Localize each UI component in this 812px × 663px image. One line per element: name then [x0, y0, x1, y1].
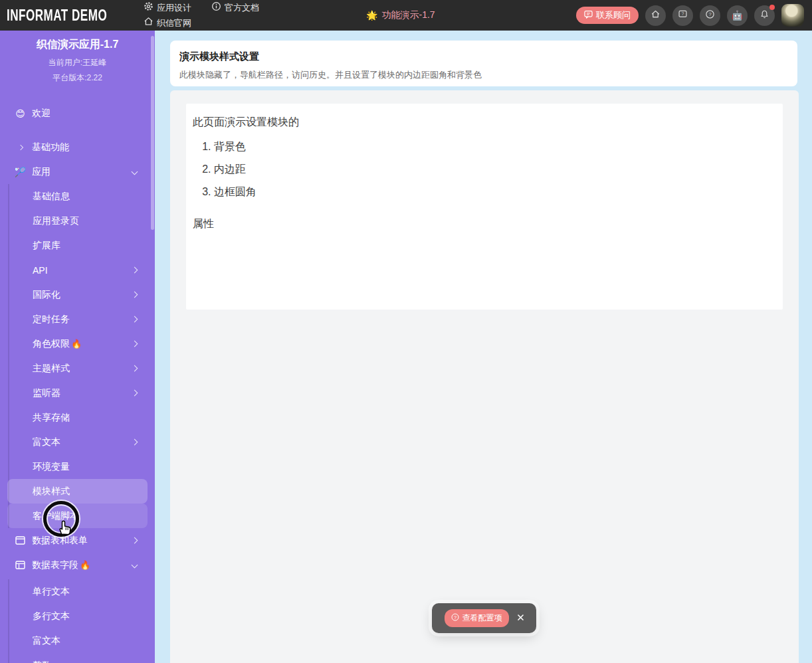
sidebar-item-basic-info[interactable]: 基础信息 — [7, 184, 148, 209]
window-icon — [15, 536, 26, 545]
top-header-bar: INFORMAT DEMO 应用设计 官方文档 织信官网 🌟 功能演示-1.7 … — [0, 0, 812, 31]
sidebar-item-label: 富文本 — [33, 635, 60, 647]
sidebar: 织信演示应用-1.7 当前用户:王延峰 平台版本:2.22 😊欢迎基础功能🏸应用… — [0, 31, 155, 663]
sidebar-item-data-tables-forms[interactable]: 数据表和表单 — [7, 528, 148, 553]
assistant-button[interactable]: 🤖 — [727, 5, 748, 26]
chevron-right-icon — [132, 438, 138, 445]
sidebar-item-role-permissions[interactable]: 角色权限🔥 — [7, 332, 148, 356]
module-content-panel: 此页面演示设置模块的 背景色 内边距 边框圆角 属性 — [186, 104, 783, 310]
user-avatar[interactable] — [781, 4, 804, 27]
sidebar-item-label: 国际化 — [33, 289, 60, 301]
contact-advisor-button[interactable]: 联系顾问 — [576, 7, 639, 24]
nav-item-official-docs[interactable]: 官方文档 — [211, 1, 259, 15]
sidebar-item-label: 数据表字段 — [32, 559, 78, 571]
sidebar-item-label: 主题样式 — [33, 363, 70, 375]
home-button[interactable] — [645, 5, 666, 26]
sidebar-item-label: 扩展库 — [33, 240, 60, 252]
sidebar-item-label: 欢迎 — [32, 108, 51, 120]
page-title: 演示模块样式设置 — [179, 50, 788, 63]
sidebar-item-rich-text[interactable]: 富文本 — [7, 430, 148, 454]
sidebar-item-theme-styles[interactable]: 主题样式 — [7, 356, 148, 381]
styled-module: 此页面演示设置模块的 背景色 内边距 边框圆角 属性 — [170, 90, 799, 663]
sidebar-item-label: 应用 — [32, 166, 51, 178]
chevron-right-icon — [132, 537, 138, 543]
svg-text:?: ? — [708, 11, 711, 17]
sidebar-item-shared-storage[interactable]: 共享存储 — [7, 405, 148, 430]
sidebar-item-app[interactable]: 🏸应用 — [7, 159, 148, 184]
sidebar-item-api[interactable]: API — [7, 258, 148, 282]
chevron-right-icon — [15, 145, 26, 149]
chevron-down-icon — [132, 561, 138, 568]
list-item: 内边距 — [214, 163, 776, 177]
sidebar-item-module-styles[interactable]: 模块样式 — [7, 479, 148, 504]
robot-icon: 🤖 — [732, 11, 743, 20]
sidebar-item-label: 角色权限 — [33, 338, 70, 350]
sidebar-item-rich-text-field[interactable]: 富文本 — [7, 628, 148, 653]
chevron-down-icon — [132, 168, 138, 175]
sidebar-scrollbar[interactable] — [151, 36, 154, 230]
help-button[interactable]: ? — [700, 5, 720, 26]
sidebar-item-label: 多行文本 — [33, 611, 70, 622]
question-circle-icon: ? — [451, 613, 459, 623]
question-circle-icon: ? — [705, 9, 715, 22]
unread-dot — [769, 5, 775, 10]
view-config-button[interactable]: ? 查看配置项 — [445, 609, 509, 627]
sidebar-item-single-line-text[interactable]: 单行文本 — [7, 579, 148, 604]
chat-icon — [584, 10, 593, 21]
chevron-right-icon — [132, 340, 138, 347]
nav-item-zhixin-site[interactable]: 织信官网 — [144, 17, 191, 29]
sidebar-app-title: 织信演示应用-1.7 — [0, 38, 155, 52]
sidebar-item-extension-lib[interactable]: 扩展库 — [7, 233, 148, 258]
sidebar-item-label: 单行文本 — [33, 586, 70, 598]
chevron-right-icon — [132, 389, 138, 396]
top-nav: 应用设计 官方文档 织信官网 — [144, 1, 262, 29]
feature-demo-badge: 🌟 功能演示-1.7 — [366, 0, 435, 31]
nav-item-app-design[interactable]: 应用设计 — [144, 1, 191, 15]
sidebar-item-label: 定时任务 — [33, 314, 70, 326]
sidebar-item-label: 监听器 — [33, 387, 60, 399]
sidebar-item-app-login-page[interactable]: 应用登录页 — [7, 209, 148, 233]
sidebar-item-scheduled-tasks[interactable]: 定时任务 — [7, 307, 148, 332]
sidebar-item-integer[interactable]: 整数 — [7, 653, 148, 663]
sidebar-item-multi-line-text[interactable]: 多行文本 — [7, 604, 148, 628]
bell-icon — [760, 9, 769, 22]
sidebar-item-label: 富文本 — [33, 436, 60, 448]
sidebar-item-data-table-fields[interactable]: 数据表字段🔥 — [7, 553, 148, 577]
notifications-button[interactable] — [754, 5, 775, 26]
sidebar-item-i18n[interactable]: 国际化 — [7, 282, 148, 307]
fire-icon: 🔥 — [80, 560, 90, 570]
chevron-right-icon — [132, 266, 138, 273]
feature-list: 背景色 内边距 边框圆角 — [193, 140, 776, 199]
chevron-right-icon — [132, 291, 138, 298]
sidebar-item-label: 整数 — [33, 660, 51, 663]
sidebar-item-label: 环境变量 — [33, 461, 70, 473]
feedback-button[interactable]: ? — [672, 5, 693, 26]
sidebar-item-label: API — [33, 265, 48, 276]
close-icon — [517, 613, 524, 623]
chevron-right-icon — [132, 316, 138, 322]
sidebar-item-env-variables[interactable]: 环境变量 — [7, 454, 148, 479]
chevron-right-icon — [132, 365, 138, 371]
sidebar-item-label: 模块样式 — [33, 486, 70, 498]
toast-close-button[interactable] — [517, 613, 524, 623]
home-icon — [651, 9, 660, 21]
panel-heading: 此页面演示设置模块的 — [193, 116, 776, 130]
sidebar-current-user: 当前用户:王延峰 — [0, 57, 155, 68]
config-toast: ? 查看配置项 — [432, 603, 536, 633]
sidebar-item-listeners[interactable]: 监听器 — [7, 381, 148, 405]
app-logo[interactable]: INFORMAT DEMO — [7, 6, 102, 24]
smiley-icon: 😊 — [15, 109, 26, 118]
sidebar-item-label: 共享存储 — [33, 412, 70, 424]
badminton-icon: 🏸 — [15, 167, 26, 177]
star-icon: 🌟 — [366, 10, 377, 21]
home-icon — [144, 17, 153, 29]
svg-text:?: ? — [453, 615, 456, 620]
svg-text:?: ? — [682, 11, 684, 16]
page-description: 此模块隐藏了，导航栏路径，访问历史。并且设置了模块的内边距圆角和背景色 — [179, 69, 788, 81]
sidebar-item-label: 基础信息 — [33, 191, 70, 203]
sidebar-item-welcome[interactable]: 😊欢迎 — [7, 101, 148, 126]
sidebar-menu: 😊欢迎基础功能🏸应用基础信息应用登录页扩展库API国际化定时任务角色权限🔥主题样… — [0, 101, 155, 663]
fire-icon: 🔥 — [71, 339, 82, 349]
sidebar-item-basic-functions[interactable]: 基础功能 — [7, 135, 148, 159]
cursor-hand-icon — [56, 518, 72, 538]
